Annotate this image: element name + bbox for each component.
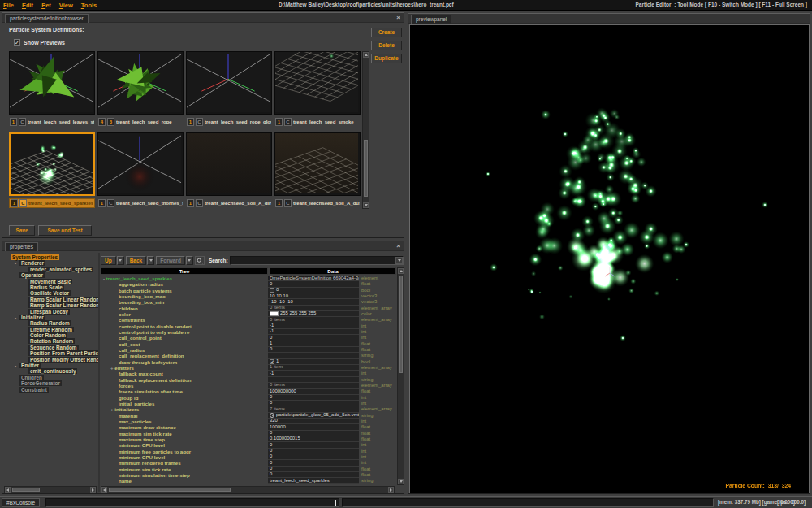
system-tree-item[interactable]: Sequence Random xyxy=(4,345,98,350)
system-tree-item[interactable]: Color Random xyxy=(4,332,98,338)
sequence-badge[interactable]: 1 xyxy=(10,118,17,126)
property-value-field[interactable]: ✓1 xyxy=(268,359,359,365)
property-value-field[interactable]: 10 10 10 xyxy=(268,293,359,299)
thumbnail-treant_leechseed_soil_A_dirtA[interactable]: 1Ctreant_leechseed_soil_A_dirtA xyxy=(186,132,272,208)
sequence-badge[interactable]: 3 xyxy=(107,118,114,126)
system-tree-item[interactable]: -System Properties xyxy=(4,254,98,260)
system-tree-item[interactable]: Oscillate Vector xyxy=(4,290,98,296)
menu-edit[interactable]: Edit xyxy=(22,2,33,9)
color-swatch[interactable] xyxy=(270,311,279,316)
system-tree-item[interactable]: render_animated_sprites xyxy=(4,267,98,272)
scroll-right-icon[interactable] xyxy=(90,487,96,493)
property-value-field[interactable]: 0 xyxy=(268,401,359,406)
thumbnail-preview[interactable] xyxy=(186,132,272,196)
property-row[interactable]: max_particles320int xyxy=(101,419,396,424)
tab-particlesystemdefinitionbrowser[interactable]: particlesystemdefinitionbrowser xyxy=(5,14,89,23)
tab-console[interactable]: #BxConsole xyxy=(2,498,40,507)
property-row[interactable]: group id0int xyxy=(101,395,396,401)
sequence-badge[interactable]: C xyxy=(284,199,292,207)
thumbnail-treant_leech_seed_thornes_sta[interactable]: 1Ctreant_leech_seed_thornes_sta xyxy=(97,132,184,208)
scroll-thumb[interactable] xyxy=(12,488,40,492)
property-row[interactable]: + emitters1 itemelement_array xyxy=(101,365,396,371)
tree-column-header[interactable]: Tree xyxy=(101,267,268,275)
property-value-field[interactable]: 0 items xyxy=(268,383,359,389)
property-value-field[interactable]: 0 xyxy=(268,467,359,472)
tree-hscrollbar[interactable] xyxy=(4,486,97,493)
property-row[interactable]: freeze simulation after time1000000000fl… xyxy=(101,389,396,394)
sequence-badge[interactable]: 1 xyxy=(275,118,283,126)
system-tree-item[interactable]: Position Modify Offset Rando xyxy=(4,357,98,363)
property-value-field[interactable]: treant_leech_seed_sparkles xyxy=(268,478,359,484)
sequence-badge[interactable]: C xyxy=(196,118,203,126)
material-picker-icon[interactable] xyxy=(270,413,274,418)
system-tree-item[interactable]: Ramp Scalar Linear Random xyxy=(4,302,98,308)
attribute-hscrollbar[interactable] xyxy=(101,486,395,493)
thumbnail-treant_leech_seed_rope_glow[interactable]: 1Ctreant_leech_seed_rope_glow xyxy=(186,51,272,127)
console-input-secondary[interactable] xyxy=(342,498,714,507)
checkbox[interactable]: ✓ xyxy=(270,359,274,364)
system-tree-item[interactable]: Radius Random xyxy=(4,320,98,326)
sequence-badge[interactable]: 1 xyxy=(11,199,18,207)
menu-tools[interactable]: Tools xyxy=(81,2,97,9)
property-value-field[interactable]: 0 xyxy=(268,281,359,287)
property-row[interactable]: materialparticle\particle_glow_05_add_5o… xyxy=(101,413,396,419)
thumbnail-preview[interactable] xyxy=(186,51,272,115)
scroll-down-icon[interactable] xyxy=(398,479,404,484)
scroll-left-icon[interactable] xyxy=(5,487,11,493)
property-row[interactable]: minimum free particles to aggr0int xyxy=(101,449,396,454)
property-value-field[interactable]: 0 xyxy=(268,288,359,293)
property-value-field[interactable]: 255 255 255 255 xyxy=(268,311,359,317)
system-tree-item[interactable]: Ramp Scalar Linear Random xyxy=(4,297,98,302)
property-value-field[interactable] xyxy=(268,377,359,383)
system-tree-item[interactable]: ForceGenerator xyxy=(4,380,98,386)
attribute-vscrollbar[interactable] xyxy=(397,267,404,485)
scroll-down-icon[interactable] xyxy=(363,202,369,208)
back-dropdown-icon[interactable] xyxy=(147,256,154,265)
property-row[interactable]: + initializers7 itemselement_array xyxy=(101,406,396,412)
sequence-badge[interactable]: C xyxy=(107,199,114,207)
property-row[interactable]: color255 255 255 255color xyxy=(101,311,396,317)
property-value-field[interactable]: particle\particle_glow_05_add_5ob.vmt xyxy=(268,413,359,419)
thumbnail-treant_leechseed_soil_A_dustA[interactable]: 1Ctreant_leechseed_soil_A_dustA xyxy=(274,132,361,208)
forward-button[interactable]: Forward xyxy=(156,256,185,265)
system-tree-item[interactable]: -Renderer xyxy=(4,260,98,266)
system-tree-item[interactable]: Lifetime Random xyxy=(4,327,98,332)
property-value-field[interactable]: 0 xyxy=(268,449,359,454)
property-value-field[interactable]: -1 xyxy=(268,323,359,329)
system-tree-item[interactable]: Position From Parent Particle xyxy=(4,350,98,356)
close-icon[interactable]: × xyxy=(396,14,400,22)
up-dropdown-icon[interactable] xyxy=(117,256,124,265)
property-value-field[interactable]: 0 xyxy=(268,472,359,478)
property-value-field[interactable]: 0 xyxy=(268,442,359,448)
thumbnail-preview[interactable] xyxy=(274,51,361,115)
property-row[interactable]: minimum rendered frames0int xyxy=(101,460,396,466)
system-tree-item[interactable]: -Emitter xyxy=(4,363,98,368)
close-icon[interactable]: × xyxy=(396,242,400,250)
data-column-header[interactable]: Data xyxy=(270,267,396,275)
property-value-field[interactable]: -10 -10 -10 xyxy=(268,299,359,305)
property-row[interactable]: cull_radius0float xyxy=(101,347,396,353)
property-row[interactable]: nametreant_leech_seed_sparklesstring xyxy=(101,478,396,484)
property-row[interactable]: cull_replacement_definitionstring xyxy=(101,353,396,358)
property-row[interactable]: cull_control_point0int xyxy=(101,335,396,341)
property-value-field[interactable]: 0 xyxy=(268,335,359,341)
duplicate-button[interactable]: Duplicate xyxy=(371,54,402,63)
search-combobox[interactable] xyxy=(230,256,404,265)
property-value-field[interactable]: 1000000000 xyxy=(268,389,359,394)
scroll-thumb[interactable] xyxy=(109,488,231,492)
system-tree-item[interactable]: Lifespan Decay xyxy=(4,309,98,315)
thumbnail-treant_leech_seed_sparkles[interactable]: 1Ctreant_leech_seed_sparkles xyxy=(9,132,95,208)
property-row[interactable]: fallback max count-1int xyxy=(101,371,396,376)
property-row[interactable]: minimum CPU level0int xyxy=(101,442,396,448)
save-and-test-button[interactable]: Save and Test xyxy=(38,225,92,236)
sequence-badge[interactable]: 4 xyxy=(98,118,106,126)
property-value-field[interactable]: 7 items xyxy=(268,406,359,412)
property-value-field[interactable]: 320 xyxy=(268,419,359,424)
scroll-right-icon[interactable] xyxy=(388,487,394,493)
property-row[interactable]: control point to only enable re-1int xyxy=(101,329,396,335)
property-row[interactable]: fallback replacement definitionstring xyxy=(101,377,396,383)
system-tree-item[interactable]: Rotation Random xyxy=(4,338,98,344)
property-row[interactable]: draw through leafsystem✓1bool xyxy=(101,359,396,365)
property-row[interactable]: maximum time step0.1000000015float xyxy=(101,436,396,442)
property-value-field[interactable]: -1 xyxy=(268,329,359,335)
